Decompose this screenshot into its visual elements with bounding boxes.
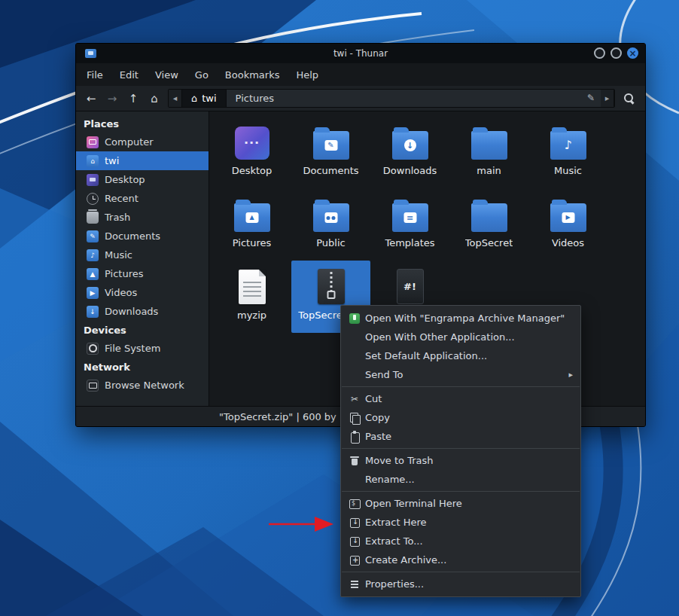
sidebar-item-computer[interactable]: Computer: [76, 133, 209, 151]
shell-script-icon: [397, 269, 424, 304]
location-field[interactable]: ✎: [283, 90, 601, 107]
file-videos[interactable]: Videos: [528, 188, 607, 261]
menu-item-open-terminal-here[interactable]: Open Terminal Here: [341, 494, 580, 513]
sidebar-item-file-system[interactable]: File System: [76, 339, 209, 358]
file-topsecret-folder[interactable]: TopSecret: [449, 188, 528, 261]
document-emblem-icon: [403, 212, 416, 223]
places-heading: Places: [76, 114, 209, 133]
forward-button[interactable]: →: [105, 92, 120, 105]
menu-item-move-to-trash[interactable]: Move to Trash: [341, 451, 580, 470]
close-button[interactable]: ×: [627, 47, 638, 59]
sidebar-item-videos[interactable]: ▶ Videos: [76, 283, 209, 302]
window-controls: ×: [594, 47, 638, 59]
sidebar-item-twi[interactable]: ⌂ twi: [76, 151, 209, 170]
breadcrumb-home[interactable]: ⌂ twi: [182, 90, 227, 107]
properties-icon: [351, 581, 358, 582]
menu-item-paste[interactable]: Paste: [341, 427, 580, 446]
devices-heading: Devices: [76, 321, 209, 339]
menu-item-properties[interactable]: Properties...: [341, 575, 580, 593]
menu-edit[interactable]: Edit: [120, 69, 139, 81]
sidebar-label: Pictures: [105, 268, 143, 279]
menu-item-extract-to[interactable]: Extract To...: [341, 532, 580, 550]
file-pictures[interactable]: Pictures: [212, 188, 291, 261]
home-button[interactable]: ⌂: [147, 92, 162, 105]
up-button[interactable]: ↑: [126, 92, 141, 105]
crumb-scroll-right-icon[interactable]: ▸: [601, 90, 614, 107]
sidebar-item-downloads[interactable]: ↓ Downloads: [76, 302, 209, 321]
menu-file[interactable]: File: [87, 69, 103, 81]
video-emblem-icon: [562, 212, 574, 223]
desktop-icon: [87, 174, 99, 186]
sidebar-item-trash[interactable]: Trash: [76, 208, 209, 227]
minimize-button[interactable]: [594, 47, 605, 59]
file-templates[interactable]: Templates: [370, 188, 449, 261]
sidebar-item-browse-network[interactable]: Browse Network: [76, 376, 209, 395]
menu-go[interactable]: Go: [195, 69, 209, 81]
maximize-button[interactable]: [610, 47, 622, 59]
sidebar-item-pictures[interactable]: ▲ Pictures: [76, 264, 209, 283]
sidebar-item-documents[interactable]: ✎ Documents: [76, 227, 209, 245]
search-button[interactable]: [621, 93, 638, 105]
edit-path-icon[interactable]: ✎: [587, 93, 595, 103]
file-label: Desktop: [232, 165, 273, 176]
statusbar-text: "TopSecret.zip" | 600 by: [219, 411, 336, 422]
menu-item-open-with-other[interactable]: Open With Other Application...: [341, 328, 580, 346]
sidebar-label: Browse Network: [105, 380, 184, 391]
file-public[interactable]: Public: [291, 188, 370, 261]
trash-icon: [87, 212, 99, 224]
file-main[interactable]: main: [449, 116, 528, 188]
menu-item-extract-here[interactable]: Extract Here: [341, 513, 580, 532]
desktop-folder-icon: [235, 127, 269, 160]
music-folder-icon: [550, 131, 586, 160]
menu-view[interactable]: View: [155, 69, 178, 81]
sidebar-item-music[interactable]: ♪ Music: [76, 245, 209, 264]
public-folder-icon: [313, 203, 349, 232]
file-system-icon: [87, 343, 99, 355]
sidebar-item-desktop[interactable]: Desktop: [76, 170, 209, 189]
menu-item-cut[interactable]: ✂ Cut: [341, 389, 580, 408]
menu-item-copy[interactable]: Copy: [341, 408, 580, 427]
file-music[interactable]: Music: [528, 116, 607, 188]
menu-separator: [342, 386, 580, 387]
file-documents[interactable]: Documents: [291, 116, 370, 188]
file-label: Downloads: [383, 165, 437, 176]
menu-item-send-to[interactable]: Send To ▸: [341, 365, 580, 384]
zip-archive-icon: [318, 269, 345, 304]
context-menu: Open With "Engrampa Archive Manager" Ope…: [340, 305, 581, 597]
templates-folder-icon: [392, 203, 428, 232]
file-desktop[interactable]: Desktop: [212, 116, 291, 188]
window-title: twi - Thunar: [76, 48, 645, 59]
sidebar-label: Recent: [105, 193, 139, 204]
menu-item-set-default-application[interactable]: Set Default Application...: [341, 346, 580, 365]
titlebar[interactable]: twi - Thunar ×: [76, 44, 645, 63]
sidebar-item-recent[interactable]: Recent: [76, 189, 209, 208]
menu-help[interactable]: Help: [296, 69, 318, 81]
file-downloads[interactable]: Downloads: [370, 116, 449, 188]
network-icon: [87, 380, 99, 392]
home-icon: ⌂: [191, 93, 197, 104]
downloads-icon: ↓: [87, 306, 99, 318]
back-button[interactable]: ←: [84, 92, 99, 105]
file-label: myzip: [237, 310, 266, 321]
sidebar-label: Documents: [105, 230, 160, 242]
documents-folder-icon: [313, 131, 349, 160]
create-archive-icon: [349, 554, 361, 566]
breadcrumb-pictures[interactable]: Pictures: [227, 90, 283, 107]
menu-item-rename[interactable]: Rename...: [341, 470, 580, 489]
engrampa-icon: [349, 313, 360, 324]
videos-folder-icon: [550, 203, 586, 232]
crumb-scroll-left-icon[interactable]: ◂: [169, 90, 182, 107]
menubar: File Edit View Go Bookmarks Help: [76, 63, 645, 86]
menu-item-open-with-engrampa[interactable]: Open With "Engrampa Archive Manager": [341, 309, 580, 328]
paperclip-emblem-icon: [324, 140, 337, 151]
breadcrumb-home-label: twi: [202, 93, 216, 104]
text-file-icon: [239, 270, 266, 304]
videos-icon: ▶: [87, 287, 99, 299]
download-emblem-icon: [404, 139, 416, 151]
file-label: main: [477, 165, 501, 176]
sidebar-label: Desktop: [105, 174, 145, 185]
menu-bookmarks[interactable]: Bookmarks: [225, 69, 280, 81]
file-myzip[interactable]: myzip: [212, 261, 291, 333]
menu-item-create-archive[interactable]: Create Archive...: [341, 550, 580, 569]
sidebar-label: Downloads: [105, 306, 158, 317]
